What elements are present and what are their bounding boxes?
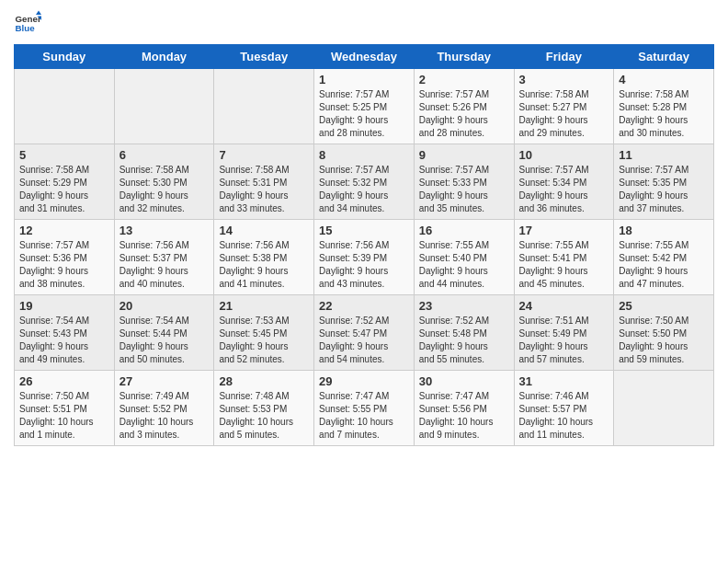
day-info: Sunrise: 7:52 AM Sunset: 5:47 PM Dayligh… [319,315,409,366]
calendar-cell: 25Sunrise: 7:50 AM Sunset: 5:50 PM Dayli… [614,295,714,371]
calendar-cell: 9Sunrise: 7:57 AM Sunset: 5:33 PM Daylig… [414,144,514,220]
header-cell-sunday: Sunday [15,45,115,69]
calendar-header-row: SundayMondayTuesdayWednesdayThursdayFrid… [15,45,714,69]
day-info: Sunrise: 7:54 AM Sunset: 5:44 PM Dayligh… [119,315,210,366]
calendar-cell: 22Sunrise: 7:52 AM Sunset: 5:47 PM Dayli… [314,295,415,371]
svg-text:Blue: Blue [16,23,36,33]
day-info: Sunrise: 7:58 AM Sunset: 5:27 PM Dayligh… [519,88,609,140]
week-row-2: 12Sunrise: 7:57 AM Sunset: 5:36 PM Dayli… [15,220,714,295]
calendar-cell: 17Sunrise: 7:55 AM Sunset: 5:41 PM Dayli… [514,220,614,295]
day-number: 30 [419,374,509,388]
calendar-cell [15,69,115,144]
calendar-cell: 12Sunrise: 7:57 AM Sunset: 5:36 PM Dayli… [15,220,115,295]
header-cell-monday: Monday [114,45,214,69]
day-number: 31 [519,374,609,388]
day-number: 2 [419,73,509,86]
header-cell-thursday: Thursday [414,45,514,69]
day-info: Sunrise: 7:56 AM Sunset: 5:39 PM Dayligh… [319,239,409,291]
calendar-cell: 21Sunrise: 7:53 AM Sunset: 5:45 PM Dayli… [214,295,314,371]
day-info: Sunrise: 7:58 AM Sunset: 5:29 PM Dayligh… [19,164,109,215]
calendar-cell [114,69,214,144]
day-info: Sunrise: 7:56 AM Sunset: 5:38 PM Dayligh… [219,239,309,291]
header-cell-wednesday: Wednesday [314,45,415,69]
day-info: Sunrise: 7:57 AM Sunset: 5:25 PM Dayligh… [319,88,409,140]
calendar-cell: 5Sunrise: 7:58 AM Sunset: 5:29 PM Daylig… [15,144,115,220]
calendar-table: SundayMondayTuesdayWednesdayThursdayFrid… [14,44,714,446]
calendar-cell: 20Sunrise: 7:54 AM Sunset: 5:44 PM Dayli… [114,295,214,371]
day-info: Sunrise: 7:51 AM Sunset: 5:49 PM Dayligh… [519,315,609,366]
calendar-cell: 29Sunrise: 7:47 AM Sunset: 5:55 PM Dayli… [314,371,415,446]
day-number: 1 [319,73,409,86]
header-cell-tuesday: Tuesday [214,45,314,69]
calendar-cell: 15Sunrise: 7:56 AM Sunset: 5:39 PM Dayli… [314,220,415,295]
day-number: 7 [219,148,309,162]
calendar-cell [614,371,714,446]
header-cell-saturday: Saturday [614,45,714,69]
calendar-cell: 18Sunrise: 7:55 AM Sunset: 5:42 PM Dayli… [614,220,714,295]
calendar-cell: 30Sunrise: 7:47 AM Sunset: 5:56 PM Dayli… [414,371,514,446]
logo: General Blue [14,9,41,37]
calendar-cell: 8Sunrise: 7:57 AM Sunset: 5:32 PM Daylig… [314,144,415,220]
day-number: 27 [119,374,210,388]
day-number: 23 [419,299,509,313]
calendar-cell: 7Sunrise: 7:58 AM Sunset: 5:31 PM Daylig… [214,144,314,220]
calendar-cell: 26Sunrise: 7:50 AM Sunset: 5:51 PM Dayli… [15,371,115,446]
logo-icon: General Blue [14,9,41,37]
day-info: Sunrise: 7:57 AM Sunset: 5:34 PM Dayligh… [519,164,609,215]
day-number: 13 [119,224,210,237]
calendar-cell: 6Sunrise: 7:58 AM Sunset: 5:30 PM Daylig… [114,144,214,220]
calendar-cell: 23Sunrise: 7:52 AM Sunset: 5:48 PM Dayli… [414,295,514,371]
calendar-cell: 10Sunrise: 7:57 AM Sunset: 5:34 PM Dayli… [514,144,614,220]
day-info: Sunrise: 7:55 AM Sunset: 5:41 PM Dayligh… [519,239,609,291]
day-info: Sunrise: 7:47 AM Sunset: 5:56 PM Dayligh… [419,390,509,442]
calendar-body: 1Sunrise: 7:57 AM Sunset: 5:25 PM Daylig… [15,69,714,446]
day-number: 18 [619,224,709,237]
day-info: Sunrise: 7:53 AM Sunset: 5:45 PM Dayligh… [219,315,309,366]
day-info: Sunrise: 7:48 AM Sunset: 5:53 PM Dayligh… [219,390,309,442]
day-info: Sunrise: 7:58 AM Sunset: 5:28 PM Dayligh… [619,88,709,140]
day-number: 24 [519,299,609,313]
day-info: Sunrise: 7:55 AM Sunset: 5:40 PM Dayligh… [419,239,509,291]
header-cell-friday: Friday [514,45,614,69]
day-info: Sunrise: 7:57 AM Sunset: 5:26 PM Dayligh… [419,88,509,140]
calendar-cell [214,69,314,144]
svg-text:General: General [16,14,42,24]
calendar-cell: 24Sunrise: 7:51 AM Sunset: 5:49 PM Dayli… [514,295,614,371]
day-info: Sunrise: 7:57 AM Sunset: 5:36 PM Dayligh… [19,239,109,291]
day-info: Sunrise: 7:46 AM Sunset: 5:57 PM Dayligh… [519,390,609,442]
day-info: Sunrise: 7:55 AM Sunset: 5:42 PM Dayligh… [619,239,709,291]
day-number: 16 [419,224,509,237]
day-info: Sunrise: 7:49 AM Sunset: 5:52 PM Dayligh… [119,390,210,442]
week-row-4: 26Sunrise: 7:50 AM Sunset: 5:51 PM Dayli… [15,371,714,446]
day-number: 9 [419,148,509,162]
calendar-cell: 13Sunrise: 7:56 AM Sunset: 5:37 PM Dayli… [114,220,214,295]
day-info: Sunrise: 7:54 AM Sunset: 5:43 PM Dayligh… [19,315,109,366]
day-number: 10 [519,148,609,162]
calendar-cell: 19Sunrise: 7:54 AM Sunset: 5:43 PM Dayli… [15,295,115,371]
calendar-cell: 16Sunrise: 7:55 AM Sunset: 5:40 PM Dayli… [414,220,514,295]
day-number: 6 [119,148,210,162]
calendar-cell: 4Sunrise: 7:58 AM Sunset: 5:28 PM Daylig… [614,69,714,144]
day-info: Sunrise: 7:58 AM Sunset: 5:30 PM Dayligh… [119,164,210,215]
calendar-cell: 31Sunrise: 7:46 AM Sunset: 5:57 PM Dayli… [514,371,614,446]
day-number: 8 [319,148,409,162]
day-number: 14 [219,224,309,237]
day-number: 4 [619,73,709,86]
day-info: Sunrise: 7:58 AM Sunset: 5:31 PM Dayligh… [219,164,309,215]
day-number: 11 [619,148,709,162]
day-info: Sunrise: 7:47 AM Sunset: 5:55 PM Dayligh… [319,390,409,442]
day-number: 12 [19,224,109,237]
day-info: Sunrise: 7:57 AM Sunset: 5:33 PM Dayligh… [419,164,509,215]
calendar-cell: 28Sunrise: 7:48 AM Sunset: 5:53 PM Dayli… [214,371,314,446]
day-info: Sunrise: 7:56 AM Sunset: 5:37 PM Dayligh… [119,239,210,291]
calendar-cell: 2Sunrise: 7:57 AM Sunset: 5:26 PM Daylig… [414,69,514,144]
calendar-cell: 11Sunrise: 7:57 AM Sunset: 5:35 PM Dayli… [614,144,714,220]
day-number: 29 [319,374,409,388]
day-number: 20 [119,299,210,313]
day-info: Sunrise: 7:57 AM Sunset: 5:32 PM Dayligh… [319,164,409,215]
day-number: 19 [19,299,109,313]
day-number: 26 [19,374,109,388]
day-info: Sunrise: 7:50 AM Sunset: 5:50 PM Dayligh… [619,315,709,366]
day-number: 25 [619,299,709,313]
calendar-cell: 27Sunrise: 7:49 AM Sunset: 5:52 PM Dayli… [114,371,214,446]
